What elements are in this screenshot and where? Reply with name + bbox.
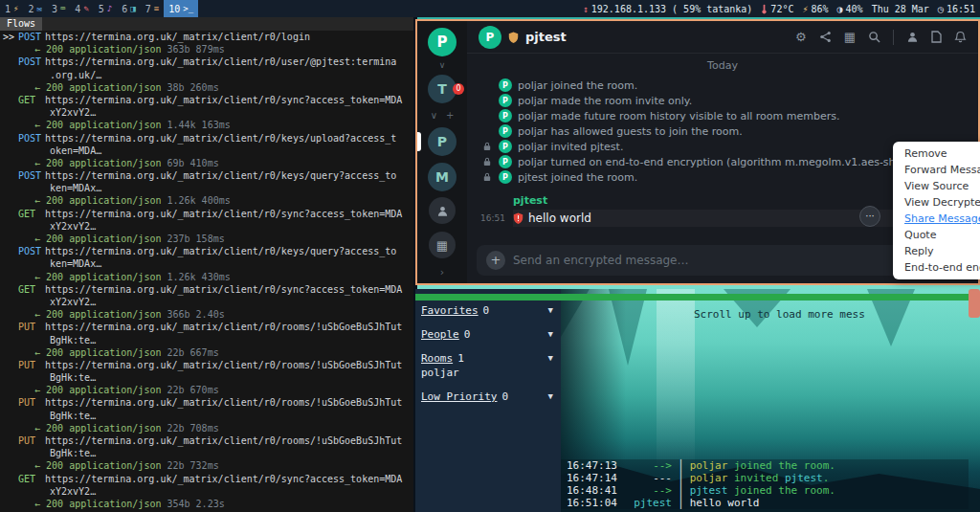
chat-line: 16:51:04pjtest│hello world (561, 497, 969, 509)
chat-text-segment: pjtest (690, 484, 734, 497)
flow-row[interactable]: >>POSThttps://termina.org.uk/_matrix/cli… (0, 31, 413, 43)
clock-icon-segment: ◷16:51 (938, 3, 975, 14)
flow-row[interactable]: PUThttps://termina.org.uk/_matrix/client… (0, 359, 413, 371)
section-header[interactable]: Favorites0▼ (421, 304, 553, 317)
flow-method: GET (18, 283, 45, 296)
header-divider (893, 30, 894, 45)
share-icon[interactable] (819, 31, 832, 43)
flow-row[interactable]: POSThttps://termina.org.uk/_matrix/clien… (0, 132, 413, 145)
room-avatar[interactable]: P (479, 26, 501, 49)
menu-item-view-source[interactable]: View Source (893, 178, 980, 194)
workspace-3[interactable]: 3⌨ (47, 0, 70, 17)
message-context-menu: RemoveForward MessageView SourceView Dec… (893, 142, 980, 279)
workspace-6[interactable]: 6◨ (117, 0, 140, 17)
flow-url-wrap: ken=MDAx… (0, 257, 413, 270)
section-label: Low Priority (421, 390, 497, 403)
chat-timestamp: 16:51:04 (561, 497, 622, 509)
integrations-icon[interactable]: ▦ (844, 31, 856, 43)
room-avatar-item[interactable]: T0 (428, 75, 457, 103)
response-size-time: 22b 708ms (167, 423, 218, 434)
chat-line: 16:48:41-->│pjtest joined the room. (561, 484, 969, 497)
response-size-time: 22b 670ms (167, 385, 218, 395)
flow-url-wrap: xY2xvY2… (0, 485, 413, 498)
flow-method: GET (18, 473, 45, 485)
response-content-type: application/json (69, 195, 167, 206)
response-content-type: application/json (69, 347, 167, 358)
section-header[interactable]: People0▼ (421, 328, 553, 341)
add-room-plus-icon[interactable]: + (446, 110, 454, 121)
gutter-separator: │ (672, 459, 690, 472)
section-header[interactable]: Rooms1▼ (421, 352, 553, 365)
chat-text-segment: pjtest (785, 472, 823, 484)
flow-row[interactable]: GEThttps://termina.org.uk/_matrix/client… (0, 283, 413, 296)
collapse-triangle-icon: ▼ (548, 390, 553, 403)
flow-row[interactable]: POSThttps://termina.org.uk/_matrix/clien… (0, 56, 413, 68)
workspace-4[interactable]: 4✎ (70, 0, 93, 17)
room-avatar-item[interactable]: P (428, 127, 457, 156)
chat-text: hello world (690, 497, 760, 509)
flow-url-wrap: xY2xvY2… (0, 296, 413, 308)
chat-timestamp: 16:48:41 (561, 484, 622, 497)
community-people-button[interactable] (429, 197, 456, 224)
menu-item-share-message[interactable]: Share Message (893, 211, 980, 227)
flow-url: https://termina.org.uk/_matrix/client/r0… (45, 474, 402, 484)
notifications-icon[interactable] (954, 31, 967, 43)
menu-item-reply[interactable]: Reply (893, 243, 980, 259)
chevron-right-icon[interactable]: › (440, 266, 444, 278)
members-icon[interactable] (906, 31, 919, 43)
flow-row[interactable]: GEThttps://termina.org.uk/_matrix/client… (0, 208, 413, 220)
event-avatar: P (499, 78, 512, 92)
response-content-type: application/json (69, 272, 167, 282)
message-options-button[interactable]: ··· (859, 206, 880, 227)
menu-item-forward-message[interactable]: Forward Message (893, 162, 980, 178)
workspace-icon: ♪ (107, 4, 112, 13)
scroll-hint: Scroll up to load more mess (694, 308, 865, 321)
status-text: 16:51 (947, 4, 975, 14)
menu-item-view-decrypted-s[interactable]: View Decrypted S (893, 194, 980, 211)
flow-row[interactable]: POSThttps://termina.org.uk/_matrix/clien… (0, 169, 413, 182)
chevron-down-icon[interactable]: ∨ (439, 62, 446, 69)
section-count: 1 (457, 352, 464, 365)
section-header[interactable]: Low Priority0▼ (421, 390, 553, 403)
workspace-2[interactable]: 2✉ (23, 0, 46, 17)
workspace-icon: >_ (183, 4, 193, 13)
flow-selected-marker: >> (3, 31, 18, 43)
workspace-5[interactable]: 5♪ (94, 0, 117, 17)
search-icon[interactable] (868, 31, 880, 43)
response-size-time: 1.26k 400ms (167, 195, 230, 206)
flow-url: https://termina.org.uk/_matrix/client/r0… (45, 56, 396, 67)
flows-tab[interactable]: Flows (0, 17, 42, 31)
collapse-chevron-icon[interactable]: ∨ (431, 110, 437, 121)
group-grid-button[interactable]: ▦ (429, 232, 456, 258)
flow-row[interactable]: GEThttps://termina.org.uk/_matrix/client… (0, 94, 413, 106)
flow-response: ← 200 application/json 1.44k 163ms (0, 119, 413, 131)
chat-sender: --> (622, 459, 672, 472)
flow-response: ← 200 application/json 363b 879ms (0, 43, 413, 56)
settings-icon[interactable]: ⚙ (795, 31, 807, 43)
flow-row[interactable]: POSThttps://termina.org.uk/_matrix/clien… (0, 245, 413, 257)
flow-row[interactable]: PUThttps://termina.org.uk/_matrix/client… (0, 434, 413, 447)
response-content-type: application/json (69, 385, 167, 395)
workspace-7[interactable]: 7≡ (141, 0, 164, 17)
response-size-time: 22b 667ms (167, 347, 218, 358)
room-avatar-item[interactable]: M (428, 163, 457, 191)
user-avatar[interactable]: P (428, 28, 457, 56)
flow-row[interactable]: GEThttps://termina.org.uk/_matrix/client… (0, 473, 413, 485)
flow-row[interactable]: PUThttps://termina.org.uk/_matrix/client… (0, 396, 413, 409)
flow-method: POST (18, 31, 45, 43)
flow-response: ← 200 application/json 69b 410ms (0, 157, 413, 169)
flow-url: https://termina.org.uk/_matrix/client/r0… (45, 32, 310, 42)
attach-plus-button[interactable]: + (486, 251, 505, 270)
chat-text-segment: poljar (690, 472, 734, 484)
composer-placeholder[interactable]: Send an encrypted message… (513, 254, 910, 267)
flow-row[interactable]: PUThttps://termina.org.uk/_matrix/client… (0, 321, 413, 333)
workspace-1[interactable]: 1⚡ (0, 0, 23, 17)
flow-response: ← 200 application/json 22b 732ms (0, 459, 413, 472)
room-item[interactable]: poljar (421, 367, 553, 379)
files-icon[interactable] (931, 31, 942, 43)
workspace-number: 1 (5, 4, 11, 14)
menu-item-remove[interactable]: Remove (893, 145, 980, 162)
menu-item-quote[interactable]: Quote (893, 227, 980, 243)
workspace-10[interactable]: 10>_ (164, 0, 198, 17)
menu-item-end-to-end-encry[interactable]: End-to-end encry (893, 259, 980, 276)
